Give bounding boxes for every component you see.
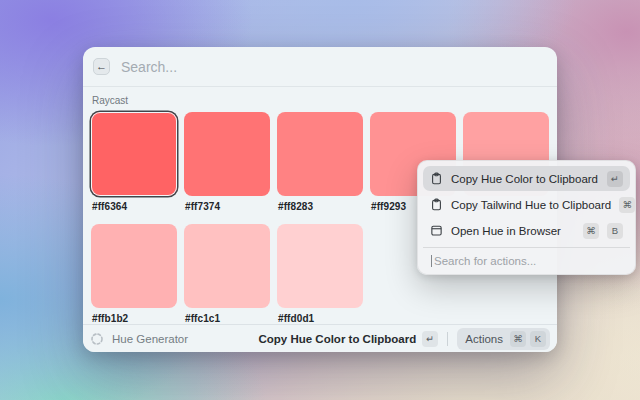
primary-action-button[interactable]: Copy Hue Color to Clipboard xyxy=(258,333,416,345)
actions-menu-button[interactable]: Actions ⌘ K xyxy=(457,328,550,350)
command-key-badge: ⌘ xyxy=(583,223,599,239)
color-swatch-cell[interactable]: #ffd0d1 xyxy=(277,224,363,324)
actions-search-placeholder: Search for actions... xyxy=(434,255,536,267)
color-swatch[interactable] xyxy=(277,112,363,196)
status-bar: Hue Generator Copy Hue Color to Clipboar… xyxy=(83,324,557,352)
color-swatch-cell[interactable]: #ff8283 xyxy=(277,112,363,212)
swatch-hex-label: #ffd0d1 xyxy=(278,313,363,324)
actions-search-input[interactable]: Search for actions... xyxy=(423,247,630,274)
menu-item-copy-hue-color[interactable]: Copy Hue Color to Clipboard ↵ xyxy=(423,166,630,191)
actions-popup-menu: Copy Hue Color to Clipboard ↵ Copy Tailw… xyxy=(417,160,636,275)
command-key-badge: ⌘ xyxy=(510,331,526,347)
swatch-hex-label: #ff7374 xyxy=(185,201,270,212)
menu-item-label: Copy Tailwind Hue to Clipboard xyxy=(451,199,611,211)
color-swatch[interactable] xyxy=(91,112,177,196)
command-key-badge: ⌘ xyxy=(619,197,635,213)
section-label: Raycast xyxy=(92,95,549,106)
footer-divider xyxy=(447,332,448,346)
color-swatch-cell[interactable]: #ffb1b2 xyxy=(91,224,177,324)
text-caret xyxy=(431,255,432,267)
back-arrow-icon: ← xyxy=(96,61,107,72)
color-swatch-cell[interactable]: #ff7374 xyxy=(184,112,270,212)
extension-info: Hue Generator xyxy=(90,332,250,346)
clipboard-icon xyxy=(430,198,443,211)
b-key-badge: B xyxy=(607,223,623,239)
color-swatch-cell[interactable]: #ff6364 xyxy=(91,112,177,212)
color-swatch[interactable] xyxy=(184,224,270,308)
color-swatch-cell[interactable]: #ffc1c1 xyxy=(184,224,270,324)
search-header: ← Search... xyxy=(83,47,557,87)
menu-item-label: Copy Hue Color to Clipboard xyxy=(451,173,599,185)
back-button[interactable]: ← xyxy=(93,58,110,75)
swatch-hex-label: #ff6364 xyxy=(92,201,177,212)
k-key-badge: K xyxy=(530,331,546,347)
browser-window-icon xyxy=(430,224,443,237)
swatch-hex-label: #ffb1b2 xyxy=(92,313,177,324)
return-key-badge: ↵ xyxy=(607,171,623,187)
desktop-background: { "window": { "search": { "placeholder":… xyxy=(0,0,640,400)
menu-item-copy-tailwind-hue[interactable]: Copy Tailwind Hue to Clipboard ⌘ ↵ xyxy=(423,192,630,217)
swatch-hex-label: #ff8283 xyxy=(278,201,363,212)
color-swatch[interactable] xyxy=(277,224,363,308)
search-input[interactable]: Search... xyxy=(121,59,177,75)
color-swatch[interactable] xyxy=(91,224,177,308)
menu-item-open-in-browser[interactable]: Open Hue in Browser ⌘ B xyxy=(423,218,630,243)
swatch-hex-label: #ffc1c1 xyxy=(185,313,270,324)
menu-item-label: Open Hue in Browser xyxy=(451,225,575,237)
return-key-badge: ↵ xyxy=(422,331,438,347)
actions-label: Actions xyxy=(465,333,503,345)
color-swatch[interactable] xyxy=(184,112,270,196)
footer-actions: Copy Hue Color to Clipboard ↵ Actions ⌘ … xyxy=(258,328,550,350)
hue-generator-spinner-icon xyxy=(90,332,104,346)
clipboard-icon xyxy=(430,172,443,185)
extension-name: Hue Generator xyxy=(112,333,188,345)
